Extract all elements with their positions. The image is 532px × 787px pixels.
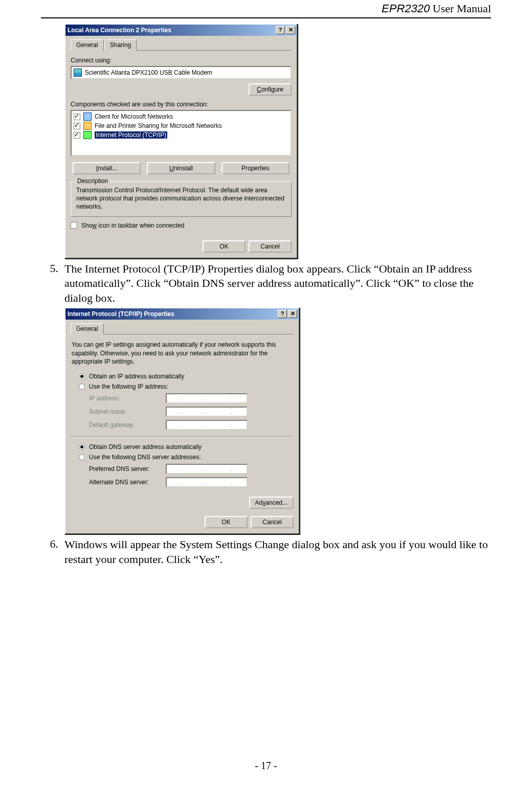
connect-using-label: Connect using: [71, 57, 292, 64]
radio-obtain-dns[interactable]: Obtain DNS server address automatically [79, 443, 294, 451]
close-button[interactable]: ✕ [288, 310, 297, 318]
field-label: Default gateway: [89, 421, 166, 429]
step-number: 5. [41, 262, 64, 275]
component-label: Client for Microsoft Networks [95, 113, 173, 120]
radio-label: Use the following DNS server addresses: [89, 454, 201, 461]
share-icon [83, 122, 92, 130]
adapter-field: Scientific Atlanta DPX2100 USB Cable Mod… [71, 66, 292, 79]
cancel-button[interactable]: Cancel [249, 240, 292, 253]
dialog2-tabs: General [71, 323, 294, 334]
tab-sharing[interactable]: Sharing [104, 39, 137, 51]
list-item[interactable]: File and Printer Sharing for Microsoft N… [73, 121, 290, 130]
tab-general[interactable]: General [71, 39, 104, 51]
configure-button[interactable]: Configure [249, 83, 292, 96]
description-legend: Description [75, 177, 110, 185]
radio-use-dns[interactable]: Use the following DNS server addresses: [79, 454, 294, 461]
checkbox-icon[interactable] [74, 114, 80, 120]
component-label: Internet Protocol (TCP/IP) [95, 131, 167, 139]
info-text: You can get IP settings assigned automat… [72, 341, 293, 366]
adapter-name: Scientific Atlanta DPX2100 USB Cable Mod… [85, 69, 212, 76]
field-label: Preferred DNS server: [89, 465, 166, 473]
checkbox-icon[interactable] [71, 222, 77, 229]
radio-label: Obtain DNS server address automatically [89, 443, 202, 451]
step-text: Windows will appear the System Settings … [64, 537, 491, 567]
radio-icon[interactable] [79, 384, 85, 390]
radio-icon[interactable] [79, 444, 85, 450]
adapter-icon [74, 69, 82, 77]
preferred-dns-row: Preferred DNS server: ... [89, 464, 294, 474]
step-6: 6. Windows will appear the System Settin… [41, 537, 491, 567]
properties-button[interactable]: Properties [221, 162, 290, 174]
dialog2-title: Internet Protocol (TCP/IP) Properties [68, 310, 277, 318]
checkbox-icon[interactable] [74, 132, 80, 139]
ok-button[interactable]: OK [203, 240, 246, 253]
dialog1-titlebar: Local Area Connection 2 Properties ? ✕ [65, 25, 297, 36]
description-text: Transmission Control Protocol/Internet P… [76, 186, 286, 211]
ip-input: ... [166, 420, 248, 430]
ip-input[interactable]: ... [166, 477, 248, 487]
ip-address-row: IP address: ... [89, 393, 294, 403]
product-name: EPR2320 [382, 2, 430, 15]
tcpip-icon [83, 131, 92, 139]
components-list[interactable]: Client for Microsoft Networks File and P… [71, 110, 292, 156]
show-icon-row[interactable]: Show icon in taskbar when connected [71, 222, 292, 229]
client-icon [83, 113, 92, 121]
radio-icon[interactable] [79, 454, 85, 460]
field-label: Subnet mask: [89, 408, 166, 415]
tcpip-properties-dialog: Internet Protocol (TCP/IP) Properties ? … [64, 307, 300, 534]
step-number: 6. [41, 537, 64, 551]
field-label: IP address: [89, 395, 166, 402]
help-button[interactable]: ? [278, 310, 287, 318]
dialog1-title: Local Area Connection 2 Properties [68, 27, 275, 34]
install-button[interactable]: Install... [73, 162, 141, 174]
subnet-row: Subnet mask: ... [89, 407, 294, 417]
checkbox-icon[interactable] [74, 123, 80, 129]
alternate-dns-row: Alternate DNS server: ... [89, 477, 294, 487]
ok-button[interactable]: OK [205, 516, 248, 528]
radio-use-ip[interactable]: Use the following IP address: [79, 383, 294, 390]
lan-properties-dialog: Local Area Connection 2 Properties ? ✕ G… [64, 24, 298, 259]
field-label: Alternate DNS server: [89, 479, 166, 486]
list-item[interactable]: Client for Microsoft Networks [73, 112, 290, 121]
description-group: Description Transmission Control Protoco… [71, 182, 292, 217]
step-text: The Internet Protocol (TCP/IP) Propertie… [64, 262, 491, 306]
close-button[interactable]: ✕ [286, 26, 295, 34]
radio-icon[interactable] [79, 373, 85, 379]
radio-label: Use the following IP address: [89, 383, 168, 390]
page-footer: - 17 - [0, 760, 532, 772]
radio-label: Obtain an IP address automatically [89, 373, 184, 380]
tab-general[interactable]: General [71, 323, 104, 334]
page-header: EPR2320 User Manual [41, 0, 491, 18]
gateway-row: Default gateway: ... [89, 420, 294, 430]
show-icon-label: Show icon in taskbar when connected [81, 222, 184, 229]
dialog2-titlebar: Internet Protocol (TCP/IP) Properties ? … [65, 308, 299, 320]
dialog1-tabs: General Sharing [71, 39, 292, 51]
component-label: File and Printer Sharing for Microsoft N… [95, 122, 222, 129]
radio-obtain-ip[interactable]: Obtain an IP address automatically [79, 373, 294, 380]
advanced-button[interactable]: Advanced... [249, 497, 294, 509]
components-label: Components checked are used by this conn… [71, 101, 292, 108]
header-suffix: User Manual [430, 2, 491, 15]
ip-input: ... [166, 393, 248, 403]
ip-input: ... [166, 407, 248, 417]
cancel-button[interactable]: Cancel [251, 516, 294, 528]
uninstall-button[interactable]: Uninstall [147, 162, 215, 174]
help-button[interactable]: ? [276, 26, 285, 34]
list-item[interactable]: Internet Protocol (TCP/IP) [73, 130, 290, 140]
ip-input[interactable]: ... [166, 464, 248, 474]
separator [71, 436, 294, 437]
step-5: 5. The Internet Protocol (TCP/IP) Proper… [41, 262, 491, 306]
